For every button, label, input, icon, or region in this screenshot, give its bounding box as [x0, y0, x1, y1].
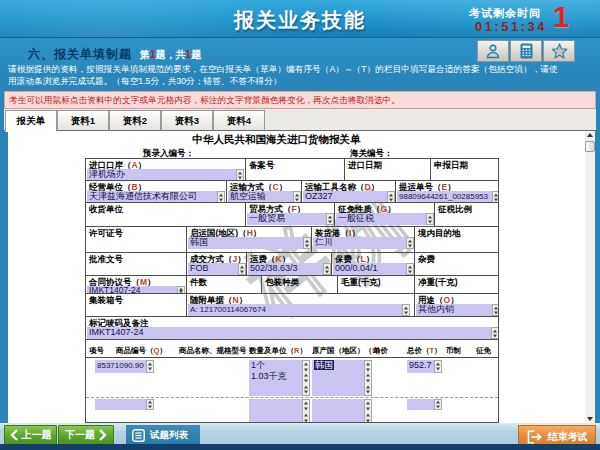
goods-column-征免: 征免 — [476, 346, 491, 356]
selected-text[interactable]: 韩国 — [314, 360, 334, 370]
form-row: 集装箱号随附单据（N）A: 121700114067674用途（O）其他内销 — [86, 294, 498, 317]
field-value-装货港[interactable]: 仁川 — [313, 237, 406, 249]
form-cell-收货单位: 收货单位 — [86, 203, 245, 226]
value-spinner[interactable] — [217, 191, 225, 202]
goods-value[interactable] — [407, 399, 442, 410]
prev-label: 上一题 — [22, 428, 52, 442]
value-spinner[interactable] — [236, 169, 244, 180]
value-spinner[interactable] — [293, 191, 301, 202]
end-label: 结束考试 — [548, 430, 588, 444]
goods-column-币制: 币制 — [446, 346, 461, 356]
value-spinner[interactable] — [387, 191, 395, 202]
field-value-贸易方式[interactable]: 一般贸易 — [247, 213, 326, 225]
field-label: 集装箱号 — [86, 294, 186, 305]
value-spinner[interactable] — [426, 213, 434, 225]
form-cell-启运国(地区): 启运国(地区)（H）韩国 — [186, 227, 311, 252]
field-value-成交方式[interactable]: FOB — [188, 263, 238, 275]
scroll-down-arrow[interactable] — [585, 414, 595, 423]
value-spinner[interactable] — [303, 237, 311, 249]
field-value-启运国(地区)[interactable]: 韩国 — [188, 237, 303, 249]
field-label: 件数 — [187, 276, 261, 287]
calculator-button[interactable] — [510, 40, 542, 62]
goods-value[interactable]: 韩国 — [312, 360, 372, 396]
field-label: 许可证号 — [86, 227, 186, 238]
goods-value[interactable]: 952.7 — [407, 360, 442, 373]
scroll-up-arrow[interactable] — [585, 131, 595, 140]
value-spinner[interactable] — [491, 327, 499, 339]
list-label: 试题列表 — [150, 429, 188, 442]
field-value-用途[interactable]: 其他内销 — [416, 304, 492, 316]
field-value-保费[interactable]: 000/0.04/1 — [333, 263, 406, 275]
goods-header-row: 项号商品编号（Q）商品名称、规格型号数量及单位（R）原产国（地区）（S）单价总价… — [86, 340, 498, 358]
value-spinner[interactable] — [323, 263, 331, 275]
person-button[interactable] — [477, 40, 509, 62]
value-spinner[interactable] — [238, 263, 246, 275]
tab-报关单[interactable]: 报关单 — [5, 110, 57, 132]
value-spinner[interactable] — [364, 360, 372, 396]
value-spinner[interactable] — [406, 237, 414, 249]
goods-value[interactable] — [249, 399, 310, 423]
field-value-进口口岸[interactable]: 津机场办 — [87, 169, 236, 180]
value-spinner[interactable] — [402, 304, 410, 316]
vertical-scrollbar[interactable] — [585, 131, 595, 423]
value-spinner[interactable] — [146, 399, 154, 410]
field-value-标记唛码及备注[interactable]: IMKT1407-24 — [87, 327, 491, 339]
value-spinner[interactable] — [406, 263, 414, 275]
value-spinner[interactable] — [492, 191, 499, 202]
field-value-随附单据[interactable]: A: 121700114067674 — [188, 304, 402, 316]
tab-资料3[interactable]: 资料3 — [161, 110, 213, 131]
goods-value-box[interactable] — [95, 399, 146, 410]
value-spinner[interactable] — [302, 360, 310, 396]
next-question-button[interactable]: 下一题 — [58, 425, 114, 445]
goods-value[interactable] — [95, 399, 154, 410]
value-spinner[interactable] — [434, 399, 442, 410]
value-spinner[interactable] — [364, 399, 372, 423]
tab-资料1[interactable]: 资料1 — [57, 110, 109, 131]
form-cell-进口日期: 进口日期 — [344, 159, 430, 180]
question-counter: 第1题，共1题 — [140, 49, 201, 60]
scroll-thumb[interactable] — [585, 141, 595, 152]
form-cell-许可证号: 许可证号 — [86, 227, 186, 252]
star-button[interactable] — [543, 40, 575, 62]
goods-value[interactable] — [312, 399, 372, 423]
form-row: 标记唛码及备注IMKT1407-24 — [86, 317, 498, 340]
form-cell-件数: 件数 — [186, 276, 261, 293]
tab-资料4[interactable]: 资料4 — [213, 110, 265, 131]
field-value-合同协议号[interactable]: IMKT1407-24 — [87, 286, 177, 293]
form-cell-装货港: 装货港（I）仁川 — [311, 227, 414, 252]
value-spinner[interactable] — [326, 213, 334, 225]
value-spinner[interactable] — [492, 304, 499, 316]
value-spinner[interactable] — [434, 360, 442, 373]
field-value-经营单位[interactable]: 天津益海通信技术有限公司 — [87, 191, 217, 202]
goods-value[interactable]: 1个1.03千克 — [249, 360, 310, 396]
form-cell-净重(千克): 净重(千克) — [414, 276, 499, 293]
field-value-运输方式[interactable]: 航空运输 — [228, 191, 293, 202]
form-cell-集装箱号: 集装箱号 — [86, 294, 186, 316]
field-value-运费[interactable]: 502/38.63/3 — [248, 263, 323, 275]
form-cell-用途: 用途（O）其他内销 — [414, 294, 499, 316]
goods-value-box[interactable]: 952.7 — [407, 360, 434, 373]
goods-value[interactable]: 85371090.90 — [95, 360, 154, 373]
field-label: 境内目的地 — [415, 227, 499, 238]
form-cell-批准文号: 批准文号 — [86, 253, 186, 275]
value-spinner[interactable] — [146, 360, 154, 373]
field-label: 备案号 — [246, 159, 344, 170]
value-spinner[interactable] — [302, 399, 310, 423]
goods-value-box[interactable]: 韩国 — [312, 360, 364, 396]
field-label: 净重(千克) — [415, 276, 499, 287]
goods-value-box[interactable] — [407, 399, 434, 410]
question-list-button[interactable]: 试题列表 — [126, 425, 200, 446]
goods-value-box[interactable] — [312, 399, 364, 423]
goods-value-box[interactable]: 85371090.90 — [95, 360, 146, 373]
goods-value-box[interactable]: 1个1.03千克 — [249, 360, 302, 396]
question-section-title: 六、报关单填制题 — [28, 47, 132, 61]
field-value-提运单号[interactable]: 98809644261_00285953 — [397, 191, 492, 202]
goods-value-box[interactable] — [249, 399, 302, 423]
prev-question-button[interactable]: 上一题 — [4, 425, 57, 445]
form-cell-申报日期: 申报日期 — [430, 159, 499, 180]
form-row: 进口口岸（A）津机场办备案号进口日期申报日期 — [86, 159, 498, 181]
value-spinner[interactable] — [177, 286, 185, 293]
field-value-运输工具名称[interactable]: OZ327 — [303, 191, 387, 202]
tab-资料2[interactable]: 资料2 — [109, 110, 161, 131]
field-value-征免性质[interactable]: 一般征税 — [336, 213, 426, 225]
